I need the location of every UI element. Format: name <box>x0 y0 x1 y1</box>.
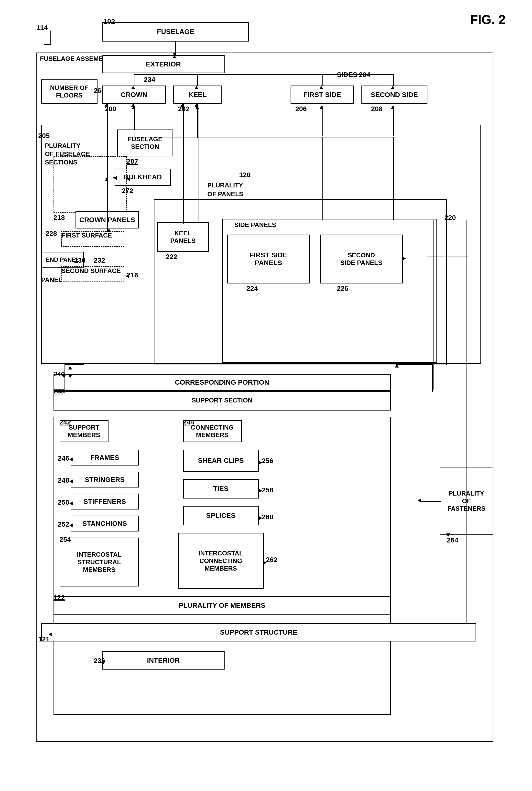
ref-207: 207 <box>127 158 138 166</box>
second-side-label: SECOND SIDE <box>371 91 418 99</box>
intercostal-structural-box: INTERCOSTAL STRUCTURAL MEMBERS <box>60 538 139 586</box>
shear-clips-label: SHEAR CLIPS <box>198 457 244 465</box>
ref-102: 102 <box>103 18 115 25</box>
ref-224: 224 <box>247 285 258 292</box>
ref-120: 120 <box>239 171 251 179</box>
ref-248: 248 <box>58 477 70 484</box>
interior-label: INTERIOR <box>147 657 180 664</box>
connecting-members-label: CONNECTING MEMBERS <box>191 424 234 439</box>
ref-121: 121 <box>38 635 50 643</box>
ref-242: 242 <box>60 418 71 426</box>
ref-208: 208 <box>371 105 383 113</box>
ref-256: 256 <box>262 457 273 465</box>
second-surface-box: SECOND SURFACE <box>61 266 125 282</box>
frames-box: FRAMES <box>71 450 139 465</box>
fuselage-label: FUSELAGE <box>157 28 194 36</box>
first-side-panels-box: FIRST SIDE PANELS <box>227 235 310 284</box>
ref-238: 238 <box>54 387 65 395</box>
second-side-panels-label: SECOND SIDE PANELS <box>340 251 382 267</box>
number-floors-box: NUMBER OF FLOORS <box>41 79 97 104</box>
shear-clips-box: SHEAR CLIPS <box>183 450 259 471</box>
first-surface-label: FIRST SURFACE <box>62 232 112 239</box>
ref-234: 234 <box>144 76 155 83</box>
sides-label: SIDES <box>337 71 358 79</box>
support-members-label: SUPPORT MEMBERS <box>68 424 100 439</box>
ref-232: 232 <box>94 256 105 264</box>
ref-222: 222 <box>166 253 177 261</box>
second-surface-label: SECOND SURFACE <box>62 267 121 274</box>
plurality-panels-label: PLURALITY OF PANELS <box>207 181 243 199</box>
intercostal-structural-label: INTERCOSTAL STRUCTURAL MEMBERS <box>77 551 122 574</box>
frames-label: FRAMES <box>90 454 119 462</box>
fuselage-section-box: FUSELAGE SECTION <box>117 130 173 156</box>
ref-230: 230 <box>74 256 86 264</box>
number-floors-label: NUMBER OF FLOORS <box>50 84 89 99</box>
ties-label: TIES <box>213 485 228 493</box>
support-section-box: SUPPORT SECTION <box>54 391 391 410</box>
splices-box: SPLICES <box>183 506 259 525</box>
keel-panels-label: KEEL PANELS <box>170 229 196 245</box>
keel-label: KEEL <box>188 91 207 99</box>
ties-box: TIES <box>183 479 259 499</box>
ref-258: 258 <box>262 486 273 494</box>
ref-206: 206 <box>296 105 307 113</box>
intercostal-connecting-box: INTERCOSTAL CONNECTING MEMBERS <box>178 533 264 589</box>
first-side-panels-label: FIRST SIDE PANELS <box>249 251 287 267</box>
first-surface-box: FIRST SURFACE <box>61 231 125 247</box>
fuselage-assembly-label: FUSELAGE ASSEMBLY <box>40 55 111 62</box>
fig-label: FIG. 2 <box>470 12 505 27</box>
intercostal-connecting-label: INTERCOSTAL CONNECTING MEMBERS <box>198 549 243 572</box>
ref-114: 114 <box>36 24 48 32</box>
first-side-label: FIRST SIDE <box>303 91 341 99</box>
ref-122: 122 <box>54 594 65 602</box>
stringers-label: STRINGERS <box>85 476 125 484</box>
dashed-region <box>54 156 127 213</box>
second-side-panels-box: SECOND SIDE PANELS <box>320 235 403 284</box>
stanchions-label: STANCHIONS <box>82 520 127 527</box>
plurality-members-label: PLURALITY OF MEMBERS <box>179 602 265 610</box>
fuselage-box: FUSELAGE <box>102 22 249 41</box>
interior-box: INTERIOR <box>102 651 225 670</box>
keel-panels-box: KEEL PANELS <box>157 223 209 252</box>
stringers-box: STRINGERS <box>71 471 139 487</box>
ref-244: 244 <box>183 418 194 426</box>
ref-218: 218 <box>54 214 65 221</box>
plurality-members-box: PLURALITY OF MEMBERS <box>54 596 391 615</box>
exterior-label: EXTERIOR <box>146 60 181 68</box>
support-structure-box: SUPPORT STRUCTURE <box>41 623 476 641</box>
ref-262: 262 <box>266 556 278 564</box>
ref-252: 252 <box>58 520 70 528</box>
stanchions-box: STANCHIONS <box>71 516 139 532</box>
support-structure-label: SUPPORT STRUCTURE <box>220 629 298 636</box>
crown-label: CROWN <box>121 91 147 99</box>
ref-246: 246 <box>58 455 70 462</box>
ref-264: 264 <box>447 536 458 544</box>
ref-226: 226 <box>337 285 348 292</box>
support-section-label: SUPPORT SECTION <box>54 392 390 404</box>
corresponding-portion-box: CORRESPONDING PORTION <box>54 374 391 391</box>
ref-228: 228 <box>46 230 57 237</box>
stiffeners-box: STIFFENERS <box>71 494 139 509</box>
stiffeners-label: STIFFENERS <box>83 498 126 506</box>
ref-254: 254 <box>60 536 71 543</box>
ref-204: 204 <box>359 71 370 79</box>
panel-label: PANEL <box>41 276 62 284</box>
splices-label: SPLICES <box>206 512 235 520</box>
exterior-box: EXTERIOR <box>102 55 225 73</box>
ref-260: 260 <box>262 513 273 521</box>
corresponding-portion-label: CORRESPONDING PORTION <box>175 379 269 386</box>
ref-250: 250 <box>58 499 70 506</box>
